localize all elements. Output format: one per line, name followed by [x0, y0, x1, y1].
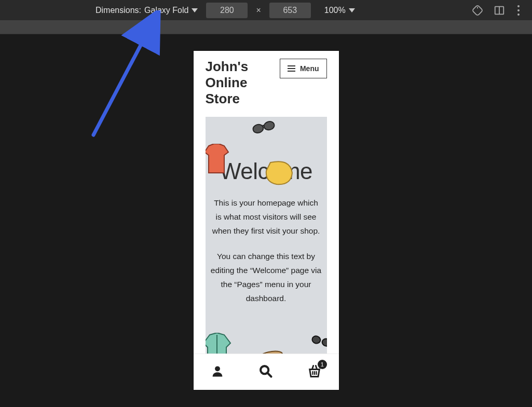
search-nav-item[interactable] — [258, 364, 273, 381]
hero-paragraph-1: This is your homepage which is what most… — [211, 196, 322, 238]
device-name: Galaxy Fold — [144, 6, 188, 15]
devtools-toolbar: Dimensions: Galaxy Fold × 100% — [0, 0, 532, 21]
hero-paragraph-2: You can change this text by editing the … — [211, 249, 322, 306]
dual-screen-icon[interactable] — [494, 5, 505, 16]
device-selector[interactable]: Dimensions: Galaxy Fold — [96, 6, 198, 15]
belt-icon — [253, 347, 285, 354]
chevron-down-icon — [349, 8, 355, 12]
zoom-value: 100% — [324, 6, 346, 15]
site-header: John's Online Store Menu — [194, 51, 339, 117]
user-icon — [210, 364, 225, 378]
account-nav-item[interactable] — [210, 364, 225, 381]
hero-section: Welcome This is your homepage which is w… — [206, 117, 327, 354]
device-frame: John's Online Store Menu — [194, 51, 339, 390]
menu-button[interactable]: Menu — [280, 59, 327, 78]
cart-nav-item[interactable]: 1 — [307, 364, 322, 381]
svg-point-5 — [252, 123, 264, 134]
viewport-width-input[interactable] — [206, 3, 248, 18]
svg-rect-0 — [472, 5, 483, 16]
svg-line-14 — [268, 373, 271, 376]
dimension-separator: × — [256, 6, 261, 15]
rotate-icon[interactable] — [472, 5, 483, 16]
footer-nav: 1 — [194, 354, 339, 390]
more-options-icon[interactable] — [515, 3, 522, 18]
dimensions-label: Dimensions: — [96, 6, 141, 15]
svg-point-6 — [263, 120, 275, 131]
zoom-selector[interactable]: 100% — [324, 6, 355, 15]
cart-badge: 1 — [318, 360, 327, 369]
blob-icon — [265, 159, 294, 186]
svg-point-10 — [255, 349, 283, 354]
sunglasses-icon — [310, 333, 327, 348]
sunglasses-icon — [251, 118, 276, 136]
search-icon — [258, 364, 273, 378]
svg-point-8 — [311, 335, 321, 345]
chevron-down-icon — [192, 8, 198, 12]
viewport-height-input[interactable] — [269, 3, 311, 18]
menu-label: Menu — [300, 64, 319, 73]
site-title[interactable]: John's Online Store — [206, 59, 273, 107]
svg-point-12 — [215, 366, 220, 371]
svg-point-9 — [321, 338, 327, 347]
viewport-area: John's Online Store Menu — [0, 34, 532, 407]
shirt-icon — [206, 144, 230, 175]
hamburger-icon — [288, 65, 295, 72]
jacket-icon — [206, 333, 234, 354]
ruler-bar — [0, 21, 532, 34]
